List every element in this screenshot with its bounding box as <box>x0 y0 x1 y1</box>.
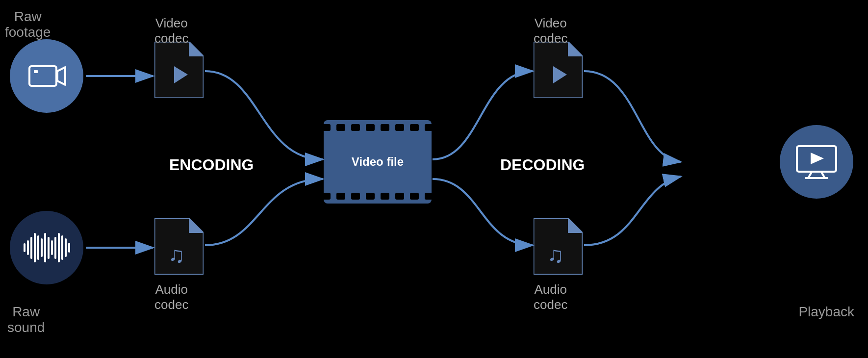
video-codec-dec-label: Video codec <box>534 16 567 46</box>
svg-marker-1 <box>57 67 65 85</box>
decoding-label: DECODING <box>500 156 585 174</box>
raw-sound-label: Raw sound <box>7 304 45 335</box>
svg-marker-18 <box>568 218 583 233</box>
audio-codec-enc-doc: ♫ <box>154 218 204 275</box>
svg-rect-0 <box>29 66 56 86</box>
playback-circle <box>780 125 853 199</box>
raw-footage-label: Raw footage <box>5 9 51 40</box>
video-codec-dec-doc <box>534 42 583 98</box>
audio-codec-dec-doc: ♫ <box>534 218 583 275</box>
svg-marker-12 <box>189 218 204 233</box>
svg-marker-15 <box>568 42 583 56</box>
monitor-icon <box>794 144 839 180</box>
svg-rect-2 <box>34 70 38 73</box>
sound-circle <box>10 211 83 284</box>
audio-codec-dec-label: Audio codec <box>534 282 567 312</box>
video-codec-enc-doc <box>154 42 204 98</box>
svg-text:♫: ♫ <box>547 242 564 267</box>
diagram: Raw footage Raw sound Playback <box>0 0 868 358</box>
audio-codec-enc-label: Audio codec <box>154 282 188 312</box>
svg-marker-7 <box>811 153 824 164</box>
camera-icon <box>27 61 66 91</box>
arrows-svg <box>0 0 868 358</box>
encoding-label: ENCODING <box>169 156 254 174</box>
film-holes-top <box>322 124 434 131</box>
svg-text:♫: ♫ <box>168 242 185 267</box>
video-file-label: Video file <box>352 155 404 169</box>
video-file: Video file <box>324 120 432 204</box>
sound-icon <box>24 233 70 262</box>
camera-circle <box>10 39 83 113</box>
svg-marker-9 <box>189 42 204 56</box>
video-codec-enc-label: Video codec <box>154 16 188 46</box>
film-holes-bottom <box>322 193 434 200</box>
playback-label: Playback <box>798 304 854 320</box>
